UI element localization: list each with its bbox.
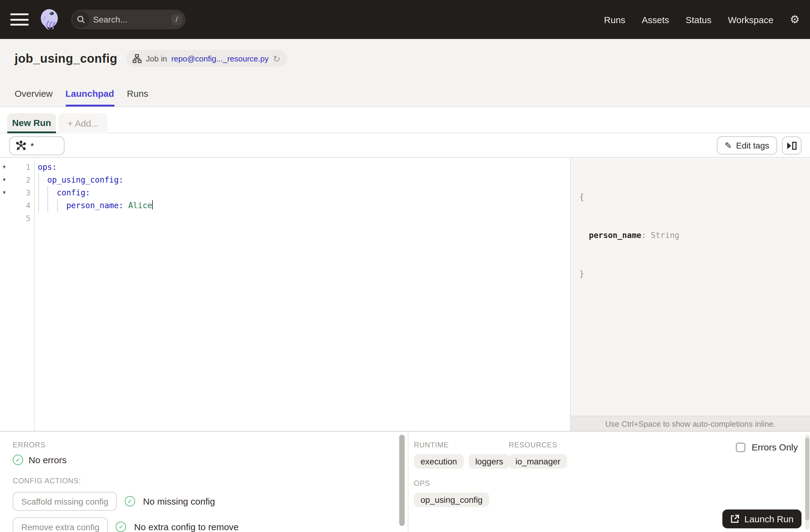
line-number: 2: [9, 174, 30, 186]
op-selector-value: *: [30, 140, 34, 151]
runtime-label: RUNTIME: [414, 441, 509, 449]
check-icon: ✓: [13, 455, 23, 465]
errors-only-control: Errors Only: [736, 442, 798, 452]
dagster-logo[interactable]: [39, 9, 60, 30]
edit-tags-label: Edit tags: [736, 141, 769, 150]
session-tab-new-run[interactable]: New Run: [7, 113, 56, 133]
top-nav: / Runs Assets Status Workspace ⚙: [0, 0, 810, 39]
tab-overview[interactable]: Overview: [15, 88, 53, 107]
errors-only-checkbox[interactable]: [736, 442, 745, 452]
nav-link-assets[interactable]: Assets: [642, 14, 669, 25]
runtime-tag-loggers[interactable]: loggers: [469, 454, 510, 469]
config-schema-panel: { person_name: String } Use Ctrl+Space t…: [570, 158, 810, 431]
launchpad-toolbar: * ✎ Edit tags: [0, 134, 810, 158]
nav-link-runs[interactable]: Runs: [604, 14, 625, 25]
refresh-icon[interactable]: ↻: [273, 54, 280, 63]
runtime-tag-execution[interactable]: execution: [414, 454, 464, 469]
op-selector-input[interactable]: *: [9, 136, 65, 155]
check-icon: ✓: [116, 522, 126, 532]
dagster-launchpad-page: / Runs Assets Status Workspace ⚙ job_usi…: [0, 0, 810, 532]
errors-only-label: Errors Only: [751, 442, 798, 452]
job-tabs: Overview Launchpad Runs: [15, 88, 148, 107]
edit-tags-button[interactable]: ✎ Edit tags: [717, 136, 777, 155]
launch-icon: [730, 514, 740, 523]
fold-arrow-icon[interactable]: [2, 161, 9, 174]
editor-line: 4 person_name: Alice: [0, 199, 570, 212]
page-header: job_using_config Job in repo@config..._r…: [0, 39, 810, 107]
line-number: 4: [9, 199, 30, 212]
errors-panel-scrollbar[interactable]: [399, 433, 406, 531]
search-input[interactable]: [90, 15, 171, 25]
scrollbar-thumb[interactable]: [805, 438, 809, 520]
line-number: 1: [9, 161, 30, 174]
nav-links: Runs Assets Status Workspace ⚙: [604, 14, 800, 25]
tab-launchpad[interactable]: Launchpad: [65, 88, 114, 107]
search-icon: [72, 11, 90, 28]
workflow-icon: [133, 54, 142, 63]
expand-panel-button[interactable]: [782, 136, 801, 155]
scrollbar-thumb[interactable]: [399, 435, 405, 526]
global-search[interactable]: /: [71, 10, 185, 29]
editor-line: 2 op_using_config:: [0, 174, 570, 186]
autocomplete-hint: Use Ctrl+Space to show auto-completions …: [571, 416, 810, 431]
ops-tag-op-using-config[interactable]: op_using_config: [414, 493, 489, 507]
errors-label: ERRORS: [13, 441, 398, 449]
runtime-section: RUNTIME execution loggers: [414, 441, 509, 469]
check-icon: ✓: [125, 496, 135, 506]
editor-line: 5: [0, 212, 570, 225]
no-errors-text: No errors: [29, 455, 67, 465]
resources-section: RESOURCES io_manager: [509, 441, 567, 469]
job-origin-badge: Job in repo@config..._resource.py ↻: [126, 50, 287, 67]
window-scrollbar[interactable]: [805, 435, 809, 530]
fold-arrow-icon[interactable]: [2, 186, 9, 199]
launch-run-label: Launch Run: [744, 514, 794, 524]
line-number: 5: [9, 212, 30, 225]
op-graph-icon: [16, 140, 26, 151]
page-title: job_using_config: [15, 51, 117, 65]
line-number: 3: [9, 186, 30, 199]
fold-arrow-icon[interactable]: [2, 174, 9, 186]
repo-link[interactable]: repo@config..._resource.py: [171, 54, 269, 63]
scaffold-action-row: Scaffold missing config ✓ No missing con…: [13, 492, 398, 511]
launch-run-button[interactable]: Launch Run: [723, 510, 801, 528]
pencil-icon: ✎: [725, 141, 732, 150]
badge-prefix: Job in: [146, 54, 167, 63]
editor-line: 1 ops:: [0, 161, 570, 174]
schema-close-brace: }: [579, 267, 810, 280]
config-actions-label: CONFIG ACTIONS:: [13, 477, 398, 485]
session-tab-add[interactable]: + Add...: [59, 113, 108, 133]
menu-icon[interactable]: [10, 13, 29, 26]
editor-line: 3 config:: [0, 186, 570, 199]
tab-runs[interactable]: Runs: [127, 88, 148, 107]
ops-section: OPS op_using_config: [414, 479, 810, 507]
schema-entry: person_name: String: [579, 229, 810, 242]
scaffold-missing-config-button[interactable]: Scaffold missing config: [13, 492, 117, 511]
config-editor[interactable]: 1 ops: 2 op_using_config: 3 config: 4 pe…: [0, 158, 570, 431]
resources-label: RESOURCES: [509, 441, 567, 449]
text-cursor: [152, 200, 153, 209]
nav-link-status[interactable]: Status: [685, 14, 711, 25]
gear-icon[interactable]: ⚙: [790, 14, 800, 25]
session-tabs: New Run + Add...: [0, 107, 810, 133]
remove-extra-action-row: Remove extra config ✓ No extra config to…: [13, 517, 398, 532]
resources-tag-io-manager[interactable]: io_manager: [509, 454, 567, 469]
schema-open-brace: {: [579, 191, 810, 203]
remove-extra-config-button[interactable]: Remove extra config: [13, 517, 108, 532]
search-shortcut-key: /: [171, 14, 182, 25]
ops-label: OPS: [414, 479, 810, 487]
errors-panel: ERRORS ✓ No errors CONFIG ACTIONS: Scaff…: [0, 432, 398, 532]
no-extra-config-text: No extra config to remove: [134, 522, 239, 532]
no-missing-config-text: No missing config: [143, 496, 215, 506]
nav-link-workspace[interactable]: Workspace: [728, 14, 774, 25]
